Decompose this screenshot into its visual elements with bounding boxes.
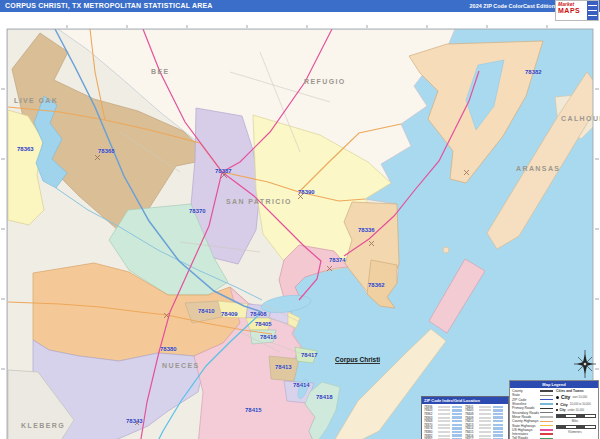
legend-city-sizes: Cityover 50,000City10,000 to 50,000Cityu… (556, 394, 596, 412)
zip-label-78416: 78416 (260, 334, 277, 340)
zip-label-78336: 78336 (358, 227, 375, 233)
county-label-refugio: REFUGIO (304, 78, 346, 85)
scale-bar-kilometers: Kilometers (556, 425, 596, 434)
zip-label-78382: 78382 (525, 69, 542, 75)
zip-label-78370: 78370 (189, 208, 206, 214)
legend-line-items: CountyStateZIP CodeShorelinePrimary Road… (512, 389, 553, 439)
logo-brand-bottom: MAPS (558, 7, 586, 14)
map-canvas: LIVE OAKBEEREFUGIOSAN PATRICIOARANSASCAL… (0, 12, 600, 439)
zip-label-78410: 78410 (198, 308, 215, 314)
marketmaps-logo: Market MAPS (555, 0, 599, 21)
edition-label: 2024 ZIP Code ColorCast Edition (470, 3, 555, 9)
map-legend-body: CountyStateZIP CodeShorelinePrimary Road… (510, 388, 598, 439)
zip-label-78405: 78405 (255, 321, 272, 327)
county-label-san-patricio: SAN PATRICIO (226, 198, 292, 205)
county-label-calhoun: CALHOUN (561, 115, 600, 122)
zip-label-78413: 78413 (275, 364, 292, 370)
zip-index-title: ZIP Code Index/Grid Location (422, 397, 508, 404)
zip-index-rows: 7833678343783627836378368783707837478380… (422, 404, 508, 439)
zip-label-78415: 78415 (245, 407, 262, 413)
zip-label-78418: 78418 (316, 394, 333, 400)
zip-label-78409: 78409 (221, 311, 238, 317)
zip-label-78417: 78417 (301, 352, 318, 358)
logo-text: Market MAPS (556, 1, 587, 20)
legend-cities-title: Cities and Towns (556, 389, 596, 393)
county-label-aransas: ARANSAS (516, 165, 560, 172)
zip-index-col-1: 7833678343783627836378368783707837478380… (424, 405, 465, 439)
zip-index-panel: ZIP Code Index/Grid Location 78336783437… (421, 396, 509, 439)
zip-index-col-2: 7840178405784087840978410784137841478415… (465, 405, 506, 439)
zip-label-78363: 78363 (17, 146, 34, 152)
zip-label-78408: 78408 (250, 311, 267, 317)
scale-label-kilometers: Kilometers (556, 430, 594, 434)
map-legend-title: Map Legend (510, 381, 598, 388)
zip-label-78362: 78362 (368, 282, 385, 288)
county-label-kleberg: KLEBERG (21, 422, 65, 429)
legend-cities-column: Cities and Towns Cityover 50,000City10,0… (553, 389, 596, 439)
legend-city-size: City10,000 to 50,000 (556, 402, 596, 407)
zip-label-78414: 78414 (293, 382, 310, 388)
map-page: LIVE OAKBEEREFUGIOSAN PATRICIOARANSASCAL… (0, 0, 600, 439)
map-title: CORPUS CHRISTI, TX METROPOLITAN STATISTI… (5, 2, 213, 9)
zip-label-78380: 78380 (160, 346, 177, 352)
county-label-bee: BEE (151, 68, 170, 75)
map-legend-panel: Map Legend CountyStateZIP CodeShorelineP… (509, 380, 599, 439)
county-label-live-oak: LIVE OAK (14, 97, 58, 104)
scale-bar-miles: Miles (556, 414, 596, 423)
scale-label-miles: Miles (556, 419, 594, 423)
region-islet (443, 247, 449, 253)
map-graphic (0, 12, 600, 439)
zip-label-78387: 78387 (215, 168, 232, 174)
title-bar: CORPUS CHRISTI, TX METROPOLITAN STATISTI… (0, 0, 600, 12)
zip-label-78368: 78368 (98, 148, 115, 154)
county-label-nueces: NUECES (162, 362, 200, 369)
legend-city-size: Cityunder 10,000 (556, 408, 596, 412)
zip-label-78390: 78390 (298, 189, 315, 195)
city-label-corpus-christi: Corpus Christi (335, 356, 380, 364)
legend-city-size: Cityover 50,000 (556, 394, 596, 400)
logo-side-panel (587, 1, 598, 20)
zip-label-78343: 78343 (126, 418, 143, 424)
zip-label-78374: 78374 (329, 257, 346, 263)
